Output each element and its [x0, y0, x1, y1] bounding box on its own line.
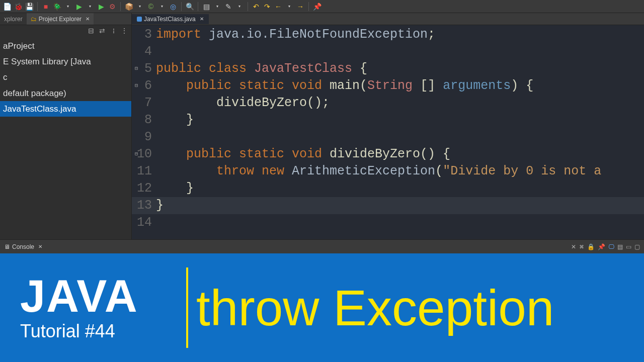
clear-icon[interactable]: ✕	[571, 243, 576, 250]
tab-label: xplorer	[4, 16, 23, 23]
editor-tab-label: JavaTestClass.java	[144, 16, 196, 23]
line-number: 6⊟	[132, 77, 156, 95]
code-line[interactable]: 12 }	[132, 180, 644, 197]
open-type-icon[interactable]: ◎	[169, 3, 177, 11]
dropdown-icon[interactable]: ▾	[285, 3, 293, 11]
nav-back-icon[interactable]: ↶	[252, 3, 260, 11]
line-number: 10⊟	[132, 146, 156, 163]
run-last-icon[interactable]: ▶	[97, 3, 105, 11]
code-area[interactable]: 3import java.io.FileNotFoundException;45…	[132, 25, 644, 239]
save-icon[interactable]: 💾	[25, 3, 33, 11]
tab-project-explorer[interactable]: 🗂 Project Explorer ✕	[27, 13, 94, 25]
dropdown-icon[interactable]: ▾	[213, 3, 221, 11]
tree-library[interactable]: E System Library [Java	[0, 54, 131, 69]
code-text	[156, 214, 644, 231]
dropdown-icon[interactable]: ▾	[136, 3, 144, 11]
project-explorer: xplorer 🗂 Project Explorer ✕ ⊟ ⇄ ⫶ ⋮ aPr…	[0, 13, 132, 239]
code-text: divideByZero();	[156, 95, 644, 112]
menu-icon[interactable]: ⋮	[120, 27, 128, 35]
remove-icon[interactable]: ✖	[579, 243, 584, 250]
close-icon[interactable]: ✕	[200, 16, 204, 22]
open-console-icon[interactable]: ▤	[617, 243, 623, 250]
banner-divider	[186, 267, 188, 348]
code-text: }	[156, 197, 644, 214]
new-icon[interactable]: 📄	[3, 3, 11, 11]
dropdown-icon[interactable]: ▾	[158, 3, 166, 11]
link-icon[interactable]: ⇄	[98, 27, 106, 35]
tree-src[interactable]: c	[0, 69, 131, 85]
close-icon[interactable]: ✕	[86, 16, 90, 22]
debug-icon[interactable]: 🪲	[53, 3, 61, 11]
fold-icon[interactable]: ⊟	[135, 77, 138, 95]
new-class-icon[interactable]: ©	[147, 3, 155, 11]
editor-tab[interactable]: JavaTestClass.java ✕	[132, 14, 209, 24]
banner-topic: throw Exception	[191, 279, 554, 337]
tab-label: Project Explorer	[39, 16, 82, 23]
line-number: 5⊟	[132, 60, 156, 77]
nav-fwd-icon[interactable]: ↷	[263, 3, 271, 11]
close-icon[interactable]: ✕	[38, 244, 42, 249]
fold-icon[interactable]: ⊟	[135, 146, 138, 163]
folder-icon: 🗂	[31, 16, 37, 23]
code-line[interactable]: 3import java.io.FileNotFoundException;	[132, 26, 644, 43]
code-text	[156, 129, 644, 146]
stop-icon[interactable]: ■	[42, 3, 50, 11]
fold-icon[interactable]: ⊟	[135, 60, 138, 77]
dropdown-icon[interactable]: ▾	[64, 3, 72, 11]
back-icon[interactable]: ←	[274, 3, 282, 11]
console-title: Console	[12, 243, 34, 250]
tree-project[interactable]: aProject	[0, 38, 131, 54]
new-package-icon[interactable]: 📦	[125, 3, 133, 11]
maximize-icon[interactable]: ▢	[634, 243, 640, 250]
code-line[interactable]: 8 }	[132, 112, 644, 129]
code-line[interactable]: 4	[132, 43, 644, 60]
minimize-icon[interactable]: ▭	[626, 243, 631, 250]
display-icon[interactable]: 🖵	[608, 243, 614, 250]
java-file-icon	[137, 17, 142, 22]
bug-icon[interactable]: 🐞	[14, 3, 22, 11]
annotation-icon[interactable]: ✎	[224, 3, 232, 11]
code-line[interactable]: 13}	[132, 197, 644, 214]
tree-file[interactable]: JavaTestClass.java	[0, 101, 131, 117]
search-icon[interactable]: 🔍	[186, 3, 194, 11]
code-text: public static void main(String [] argume…	[156, 77, 644, 95]
line-number: 7	[132, 95, 156, 112]
code-text: public static void divideByZero() {	[156, 146, 644, 163]
collapse-icon[interactable]: ⊟	[87, 27, 95, 35]
console-view: 🖥 Console ✕ ✕ ✖ 🔒 📌 🖵 ▤ ▭ ▢	[0, 239, 644, 253]
sidebar-tabstrip: xplorer 🗂 Project Explorer ✕	[0, 13, 131, 25]
code-line[interactable]: 14	[132, 214, 644, 231]
tutorial-banner: JAVA Tutorial #44 throw Exception	[0, 253, 644, 362]
filter-icon[interactable]: ⫶	[109, 27, 117, 35]
banner-title: JAVA	[20, 274, 186, 319]
tree-package[interactable]: default package)	[0, 85, 131, 101]
tab-explorer[interactable]: xplorer	[0, 13, 27, 25]
project-tree[interactable]: aProject E System Library [Java c defaul…	[0, 36, 131, 119]
code-line[interactable]: 9	[132, 129, 644, 146]
code-line[interactable]: 7 divideByZero();	[132, 95, 644, 112]
fwd-icon[interactable]: →	[296, 3, 304, 11]
code-text: throw new ArithmeticException("Divide by…	[156, 163, 644, 180]
line-number: 3	[132, 26, 156, 43]
code-line[interactable]: 11 throw new ArithmeticException("Divide…	[132, 163, 644, 180]
toggle-icon[interactable]: ▤	[202, 3, 210, 11]
sidebar-toolbar: ⊟ ⇄ ⫶ ⋮	[0, 25, 131, 36]
scroll-lock-icon[interactable]: 🔒	[587, 243, 595, 250]
code-text: }	[156, 112, 644, 129]
run-icon[interactable]: ▶	[75, 3, 83, 11]
dropdown-icon[interactable]: ▾	[86, 3, 94, 11]
line-number: 4	[132, 43, 156, 60]
code-line[interactable]: 5⊟public class JavaTestClass {	[132, 60, 644, 77]
pin-icon[interactable]: 📌	[598, 243, 605, 250]
code-line[interactable]: 6⊟ public static void main(String [] arg…	[132, 77, 644, 95]
code-text: import java.io.FileNotFoundException;	[156, 26, 644, 43]
code-editor: JavaTestClass.java ✕ 3import java.io.Fil…	[132, 13, 644, 239]
dropdown-icon[interactable]: ▾	[235, 3, 244, 11]
line-number: 12	[132, 180, 156, 197]
code-text	[156, 43, 644, 60]
code-text: }	[156, 180, 644, 197]
code-line[interactable]: 10⊟ public static void divideByZero() {	[132, 146, 644, 163]
ext-tools-icon[interactable]: ⚙	[108, 3, 116, 11]
pin-icon[interactable]: 📌	[313, 3, 321, 11]
line-number: 9	[132, 129, 156, 146]
